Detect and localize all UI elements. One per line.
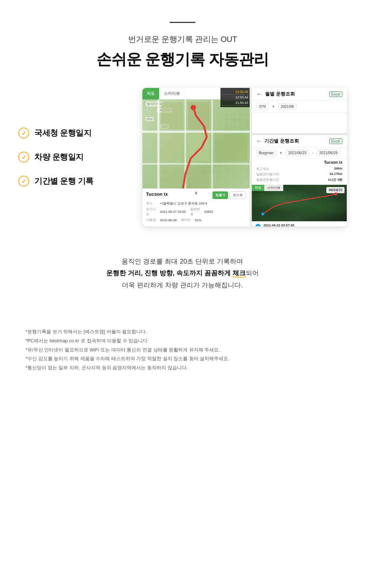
event-item-0: S 2021-06-23 00:57:05 서울특별시 광천구 중익동 107-… bbox=[256, 223, 343, 226]
monthly-filter-date[interactable]: 2021/06 bbox=[278, 104, 296, 110]
usage-label: 사용권 bbox=[146, 218, 158, 222]
monthly-filter-all[interactable]: 전체 bbox=[256, 103, 269, 110]
monthly-header-left: ← 월별 운행조회 bbox=[256, 91, 295, 97]
route-btn[interactable]: 로드뷰 bbox=[230, 191, 246, 199]
desc-highlight: 체크 bbox=[233, 269, 246, 277]
vehicle-name-row: Tucson ix bbox=[252, 159, 347, 164]
map-tab-map[interactable]: 지도 bbox=[142, 88, 160, 100]
period-filter-start[interactable]: 2021/06/23 bbox=[285, 150, 309, 156]
vehicle-stats: 최고속도 34km 일평균이동거리 16.17km 일평균운행시간 1시간 3분 bbox=[252, 164, 347, 185]
stat-row-1: 일평균이동거리 16.17km bbox=[256, 172, 342, 177]
feature-label-vehicle: 차량 운행일지 bbox=[34, 152, 84, 163]
serial-label: 일련번호 bbox=[190, 207, 202, 217]
address-value: 서울특별시 강관구 종국동 100-4 bbox=[160, 201, 207, 206]
map-panel: 지도 스카이뷰 › 23:55:45 22:55:44 21:55:43 bbox=[142, 88, 250, 226]
monthly-back-arrow[interactable]: ← bbox=[256, 91, 262, 97]
feature-item-tax: 국세청 운행일지 bbox=[18, 128, 99, 139]
right-panels: ← 월별 운행조회 Excel 전체 ▼ 2021/06 bbox=[252, 88, 347, 226]
sat-tab-map[interactable]: 지도 bbox=[252, 185, 264, 191]
description-section: 움직인 경로를 최대 20초 단위로 기록하며 운행한 거리, 진행 방향, 속… bbox=[77, 248, 288, 305]
feature-label-tax: 국세청 운행일지 bbox=[34, 128, 91, 139]
monthly-title: 월별 운행조회 bbox=[265, 91, 295, 97]
notice-2: *유/무선 인터넷이 필요하므로 WiFi 또는 데이터 통신의 연결 상태를 … bbox=[26, 346, 339, 355]
card-title: Tucson ix bbox=[146, 191, 168, 197]
desc-line3: 더욱 편리하게 차량 관리가 가능해집니다. bbox=[106, 279, 259, 291]
svg-point-17 bbox=[334, 192, 337, 195]
main-title: 손쉬운 운행기록 자동관리 bbox=[96, 49, 269, 70]
check-icon-vehicle bbox=[18, 152, 29, 163]
battery-label: 배터리 bbox=[181, 218, 193, 222]
check-btn[interactable]: 검찰기 bbox=[212, 191, 228, 199]
period-panel: ← 기간별 운행조회 Excel Burgman ▼ 2021/06/23 ~ … bbox=[252, 135, 347, 226]
svg-rect-9 bbox=[161, 135, 182, 161]
period-header: ← 기간별 운행조회 Excel bbox=[252, 135, 347, 148]
desc-line2: 운행한 거리, 진행 방향, 속도까지 꼼꼼하게 체크되어 bbox=[106, 267, 259, 279]
notice-4: *통신망이 없는 일부 지하, 군사지역 등의 음영지역에서는 동작하지 않습니… bbox=[26, 363, 339, 373]
period-filter-row: Burgman ▼ 2021/06/23 ~ 2021/06/29 bbox=[252, 148, 347, 159]
svg-rect-7 bbox=[161, 102, 182, 129]
feature-item-period: 기간별 운행 기록 bbox=[18, 176, 99, 187]
notice-0: *운행기록을 보기 위해서는 [베스트맵] 어플이 필요합니다. bbox=[26, 327, 339, 336]
time-1: 23:55:45 bbox=[222, 89, 248, 95]
check-icon-tax bbox=[18, 128, 29, 139]
monthly-panel: ← 월별 운행조회 Excel 전체 ▼ 2021/06 bbox=[252, 88, 347, 133]
svg-point-16 bbox=[261, 213, 264, 215]
svg-point-15 bbox=[191, 105, 196, 110]
serial-value: 20822 bbox=[204, 210, 213, 214]
usage-value: 2022-06-08 bbox=[160, 218, 177, 222]
app-mockup: 지도 스카이뷰 › 23:55:45 22:55:44 21:55:43 bbox=[142, 88, 347, 226]
feature-list: 국세청 운행일지 차량 운행일지 기간별 운행 기록 bbox=[18, 128, 99, 187]
period-filter-end[interactable]: 2021/06/29 bbox=[317, 150, 340, 156]
monthly-header: ← 월별 운행조회 Excel bbox=[252, 88, 347, 101]
period-title: 기간별 운행조회 bbox=[264, 138, 299, 144]
desc-line1: 움직인 경로를 최대 20초 단위로 기록하며 bbox=[106, 256, 259, 267]
stat-row-2: 일평균운행시간 1시간 3분 bbox=[256, 178, 342, 182]
event-dot-start: S bbox=[256, 224, 261, 226]
report-label: 보고시간 bbox=[146, 207, 158, 217]
period-excel-btn[interactable]: Excel bbox=[329, 139, 342, 144]
address-label: 주소 bbox=[146, 201, 158, 206]
usage-row: 사용권 2022-06-08 배터리 51% bbox=[146, 218, 246, 222]
report-value: 2021-06-27 23:55 bbox=[160, 210, 186, 214]
event-time-0: 2021-06-23 00:57:05 bbox=[264, 223, 343, 226]
notice-1: *PC에서는 bestmap.co.kr 로 접속하여 이용할 수 있습니다 bbox=[26, 336, 339, 346]
desc-bold: 운행한 거리, 진행 방향, 속도까지 꼼꼼하게 체크 bbox=[106, 269, 246, 277]
event-info-0: 2021-06-23 00:57:05 서울특별시 광천구 중익동 107-1 bbox=[264, 223, 343, 226]
stat-row-0: 최고속도 34km bbox=[256, 167, 342, 171]
page-wrapper: 번거로운 운행기록 관리는 OUT 손쉬운 운행기록 자동관리 국세청 운행일지… bbox=[0, 0, 365, 588]
map-nav-arrow[interactable]: ∨ bbox=[192, 188, 200, 196]
check-icon-period bbox=[18, 176, 29, 187]
period-map: 지도 스카이뷰 06/23(수) bbox=[252, 185, 347, 221]
svg-rect-11 bbox=[215, 135, 247, 161]
battery-value: 51% bbox=[195, 218, 201, 222]
top-divider bbox=[170, 22, 195, 23]
notice-3: *수신 감도를 높이기 위해 제품을 수차례 테스트하여 가장 적절한 설치 장… bbox=[26, 354, 339, 363]
period-back-arrow[interactable]: ← bbox=[256, 138, 262, 144]
feature-item-vehicle: 차량 운행일지 bbox=[18, 152, 99, 163]
vehicle-name: Tucson ix bbox=[324, 160, 342, 164]
time-3: 21:55:43 bbox=[222, 100, 248, 106]
time-2: 22:55:44 bbox=[222, 95, 248, 100]
monthly-excel-btn[interactable]: Excel bbox=[329, 91, 342, 97]
subtitle: 번거로운 운행기록 관리는 OUT bbox=[128, 34, 237, 45]
report-row: 보고시간 2021-06-27 23:55 일련번호 20822 bbox=[146, 207, 246, 217]
map-tab-satellite[interactable]: 스카이뷰 bbox=[160, 88, 185, 100]
sat-tab-satellite[interactable]: 스카이뷰 bbox=[264, 185, 283, 191]
time-panel: 23:55:45 22:55:44 21:55:43 bbox=[220, 88, 250, 107]
screenshot-section: 국세청 운행일지 차량 운행일지 기간별 운행 기록 지도 bbox=[18, 88, 347, 226]
feature-label-period: 기간별 운행 기록 bbox=[34, 176, 93, 187]
monthly-filter-row: 전체 ▼ 2021/06 bbox=[252, 101, 347, 113]
notice-section: *운행기록을 보기 위해서는 [베스트맵] 어플이 필요합니다. *PC에서는 … bbox=[18, 327, 347, 372]
event-list: S 2021-06-23 00:57:05 서울특별시 광천구 중익동 107-… bbox=[252, 221, 347, 226]
address-row: 주소 서울특별시 강관구 종국동 100-4 bbox=[146, 201, 246, 206]
period-filter-name[interactable]: Burgman bbox=[256, 150, 276, 156]
